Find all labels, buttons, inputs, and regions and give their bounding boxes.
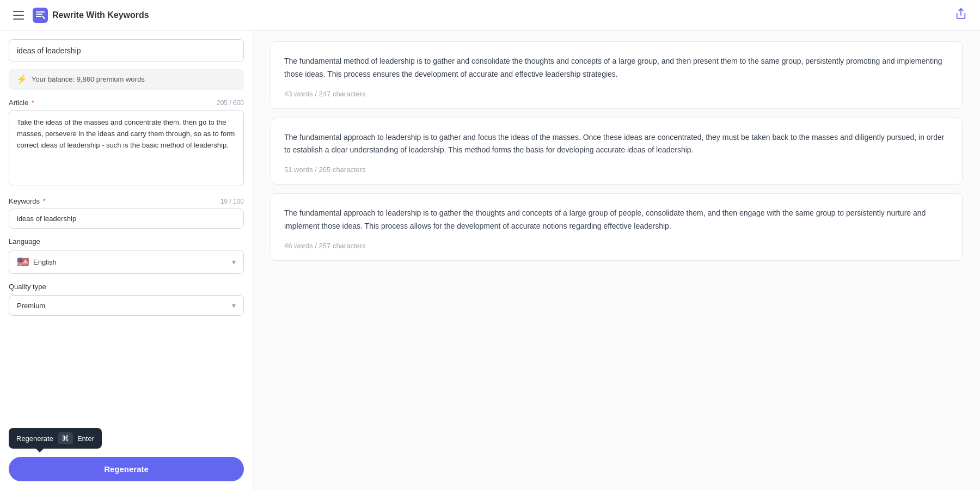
- language-label: Language: [9, 237, 244, 246]
- result-text-2: The fundamental approach to leadership i…: [284, 131, 949, 157]
- quality-chevron-icon: ▾: [232, 301, 236, 310]
- regenerate-button[interactable]: Regenerate: [9, 457, 244, 481]
- article-label: Article *: [9, 99, 34, 107]
- language-value: English: [33, 258, 57, 266]
- article-required: *: [32, 99, 34, 107]
- kbd-cmd: ⌘: [58, 432, 73, 444]
- svg-rect-0: [33, 8, 48, 23]
- result-text-3: The fundamental approach to leadership i…: [284, 207, 949, 233]
- keywords-label-row: Keywords * 19 / 100: [9, 197, 244, 205]
- left-panel: ⚡ Your balance: 9,860 premium words Arti…: [0, 30, 253, 490]
- balance-box: ⚡ Your balance: 9,860 premium words: [9, 69, 244, 90]
- menu-button[interactable]: [11, 9, 26, 22]
- regenerate-tooltip: Regenerate ⌘ Enter: [9, 428, 102, 449]
- header-left: Rewrite With Keywords: [11, 8, 149, 23]
- language-chevron-icon: ▾: [232, 258, 236, 266]
- title-input[interactable]: [9, 39, 244, 62]
- keywords-input[interactable]: [9, 209, 244, 229]
- app-title: Rewrite With Keywords: [52, 10, 149, 20]
- result-card-2: The fundamental approach to leadership i…: [271, 118, 963, 185]
- lightning-icon: ⚡: [16, 74, 27, 84]
- keywords-required: *: [43, 197, 46, 205]
- article-textarea[interactable]: Take the ideas of the masses and concent…: [9, 110, 244, 186]
- main-layout: ⚡ Your balance: 9,860 premium words Arti…: [0, 30, 980, 490]
- quality-label: Quality type: [9, 283, 244, 291]
- result-meta-3: 46 words / 257 characters: [284, 242, 366, 250]
- logo-icon: [33, 8, 48, 23]
- quality-dropdown[interactable]: Premium ▾: [9, 295, 244, 316]
- balance-text: Your balance: 9,860 premium words: [32, 75, 145, 83]
- left-scroll-area: ⚡ Your balance: 9,860 premium words Arti…: [0, 30, 253, 450]
- result-text-1: The fundamental method of leadership is …: [284, 55, 949, 81]
- cmd-symbol: ⌘: [62, 434, 69, 443]
- result-meta-2: 51 words / 265 characters: [284, 166, 366, 174]
- app-header: Rewrite With Keywords: [0, 0, 980, 30]
- quality-value: Premium: [17, 302, 45, 310]
- tooltip-label: Regenerate: [16, 434, 53, 443]
- flag-icon: 🇺🇸: [17, 256, 29, 268]
- result-meta-1: 43 words / 247 characters: [284, 90, 366, 98]
- result-card-3: The fundamental approach to leadership i…: [271, 193, 963, 261]
- language-dropdown[interactable]: 🇺🇸 English ▾: [9, 250, 244, 274]
- enter-label: Enter: [77, 434, 94, 443]
- article-label-row: Article * 205 / 600: [9, 99, 244, 107]
- logo-area: Rewrite With Keywords: [33, 8, 149, 23]
- share-button[interactable]: [953, 5, 969, 24]
- keywords-label: Keywords *: [9, 197, 46, 205]
- language-dropdown-left: 🇺🇸 English: [17, 256, 57, 268]
- article-counter: 205 / 600: [217, 99, 244, 107]
- result-card-1: The fundamental method of leadership is …: [271, 41, 963, 109]
- bottom-bar: Regenerate: [0, 450, 253, 490]
- right-panel: The fundamental method of leadership is …: [253, 30, 980, 490]
- keywords-counter: 19 / 100: [220, 198, 244, 205]
